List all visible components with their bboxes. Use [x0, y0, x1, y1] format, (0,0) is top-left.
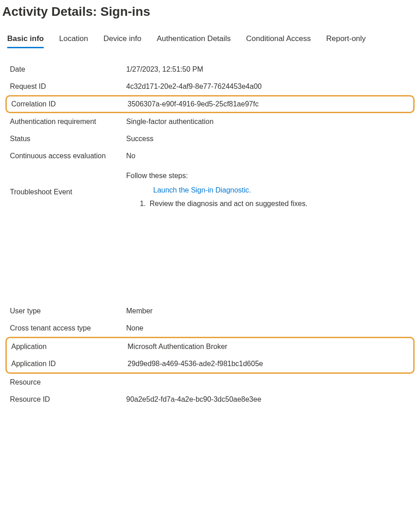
highlight-application: Application Microsoft Authentication Bro…	[5, 337, 415, 374]
label-cross-tenant: Cross tenant access type	[10, 324, 126, 332]
row-resource-id: Resource ID 90a2e5d2-fd7a-4a2e-bc90-3dc5…	[7, 391, 413, 408]
row-cae: Continuous access evaluation No	[7, 147, 413, 165]
value-cross-tenant: None	[126, 324, 143, 332]
row-application-id: Application ID 29d9ed98-a469-4536-ade2-f…	[7, 355, 413, 372]
row-status: Status Success	[7, 130, 413, 147]
row-resource: Resource	[7, 374, 413, 391]
tab-basic-info[interactable]: Basic info	[7, 32, 44, 48]
label-application-id: Application ID	[11, 360, 128, 368]
tab-device-info[interactable]: Device info	[104, 32, 142, 48]
row-auth-requirement: Authentication requirement Single-factor…	[7, 113, 413, 130]
value-request-id: 4c32d171-20e2-4af9-8e77-7624453e4a00	[126, 83, 262, 91]
label-application: Application	[11, 343, 128, 351]
launch-diagnostic-link[interactable]: Launch the Sign-in Diagnostic.	[153, 186, 251, 194]
row-cross-tenant: Cross tenant access type None	[7, 320, 413, 337]
page-title: Activity Details: Sign-ins	[0, 0, 420, 32]
tab-report-only[interactable]: Report-only	[326, 32, 366, 48]
row-application: Application Microsoft Authentication Bro…	[7, 338, 413, 355]
label-troubleshoot: Troubleshoot Event	[10, 172, 126, 196]
label-request-id: Request ID	[10, 83, 126, 91]
row-request-id: Request ID 4c32d171-20e2-4af9-8e77-76244…	[7, 78, 413, 95]
label-resource-id: Resource ID	[10, 395, 126, 404]
value-date: 1/27/2023, 12:51:50 PM	[126, 65, 203, 73]
troubleshoot-follow-text: Follow these steps:	[126, 172, 307, 180]
troubleshoot-step-1: Review the diagnosis and act on suggeste…	[148, 200, 307, 208]
tab-authentication-details[interactable]: Authentication Details	[157, 32, 231, 48]
value-user-type: Member	[126, 307, 153, 315]
label-user-type: User type	[10, 307, 126, 315]
row-correlation-id: Correlation ID 3506307a-e90f-4916-9ed5-2…	[7, 96, 413, 112]
value-cae: No	[126, 152, 135, 160]
value-resource-id: 90a2e5d2-fd7a-4a2e-bc90-3dc50ae8e3ee	[126, 395, 261, 404]
label-auth-requirement: Authentication requirement	[10, 118, 126, 126]
row-troubleshoot: Troubleshoot Event Follow these steps: L…	[7, 167, 413, 212]
tab-bar: Basic info Location Device info Authenti…	[0, 32, 420, 48]
label-correlation-id: Correlation ID	[11, 100, 128, 108]
label-resource: Resource	[10, 378, 126, 386]
tab-location[interactable]: Location	[59, 32, 88, 48]
value-application-id: 29d9ed98-a469-4536-ade2-f981bc1d605e	[128, 360, 263, 368]
troubleshoot-content: Follow these steps: Launch the Sign-in D…	[126, 172, 307, 208]
row-user-type: User type Member	[7, 303, 413, 320]
label-cae: Continuous access evaluation	[10, 152, 126, 160]
value-status: Success	[126, 135, 153, 143]
value-auth-requirement: Single-factor authentication	[126, 118, 214, 126]
basic-info-panel: Date 1/27/2023, 12:51:50 PM Request ID 4…	[0, 61, 420, 408]
label-status: Status	[10, 135, 126, 143]
value-correlation-id: 3506307a-e90f-4916-9ed5-25cf81ae97fc	[128, 100, 259, 108]
label-date: Date	[10, 65, 126, 73]
value-application: Microsoft Authentication Broker	[128, 343, 227, 351]
highlight-correlation-id: Correlation ID 3506307a-e90f-4916-9ed5-2…	[5, 95, 415, 113]
tab-conditional-access[interactable]: Conditional Access	[246, 32, 311, 48]
row-date: Date 1/27/2023, 12:51:50 PM	[7, 61, 413, 78]
